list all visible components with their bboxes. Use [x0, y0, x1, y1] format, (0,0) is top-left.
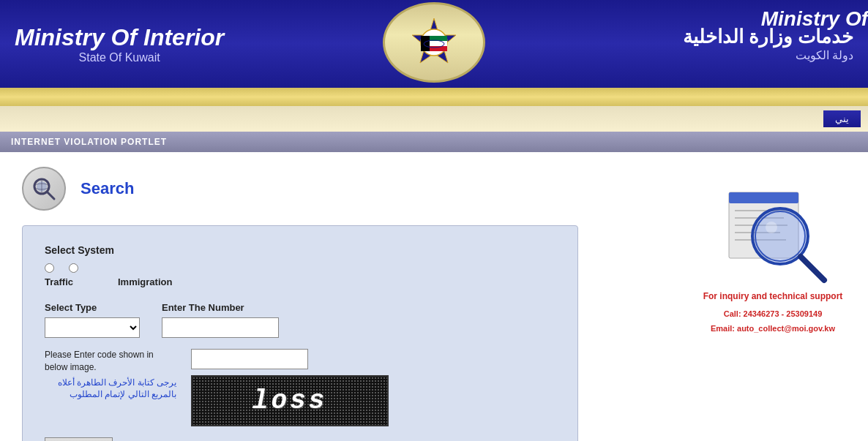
search-page-title: Search — [81, 179, 134, 198]
svg-line-21 — [801, 257, 824, 280]
search-magnifier-icon — [31, 176, 57, 202]
form-container: Select System Traffic Immigration Select… — [22, 225, 578, 441]
header-far-right-title: Ministry Of — [761, 7, 868, 31]
magnifier-graphic — [722, 189, 824, 276]
svg-line-9 — [47, 192, 54, 199]
radio-labels: Traffic Immigration — [45, 276, 555, 287]
captcha-right-col: loss — [191, 349, 389, 426]
captcha-instruction-col: Please Enter code shown in below image. … — [45, 349, 176, 401]
radio-immigration[interactable] — [69, 263, 78, 273]
select-system-label: Select System — [45, 244, 555, 256]
radio-immigration-label: Immigration — [118, 276, 176, 287]
support-email: Email: auto_collect@moi.gov.kw — [703, 322, 843, 336]
radio-row — [45, 263, 555, 273]
emblem-oval — [383, 2, 485, 83]
nav-button[interactable]: يني — [823, 110, 861, 127]
captcha-instruction-en: Please Enter code shown in below image. — [45, 349, 176, 374]
support-info: For inquiry and technical support Call: … — [703, 291, 843, 336]
main-content: Search Select System Traffic Immigration — [0, 152, 868, 441]
svg-point-22 — [766, 222, 777, 233]
captcha-text: loss — [252, 386, 327, 416]
header-arabic-subtitle: دولة الكويت — [683, 48, 853, 62]
header-title-left: Ministry Of Interior — [15, 24, 224, 51]
search-btn-row: ⬅ Search — [45, 437, 555, 441]
header-left: Ministry Of Interior State Of Kuwait — [15, 24, 224, 64]
radio-traffic-item — [45, 263, 54, 273]
captcha-section: Please Enter code shown in below image. … — [45, 349, 555, 426]
radio-traffic-label: Traffic — [45, 276, 103, 287]
select-type-dropdown[interactable] — [45, 317, 140, 338]
header-subtitle-left: State Of Kuwait — [15, 51, 224, 64]
left-panel: Search Select System Traffic Immigration — [22, 167, 700, 441]
radio-immigration-item — [69, 263, 78, 273]
header-right-arabic: خدمات وزارة الداخلية دولة الكويت — [683, 26, 853, 62]
captcha-input[interactable] — [191, 349, 308, 369]
enter-number-group: Enter The Number — [162, 302, 279, 338]
support-call: Call: 24346273 - 25309149 — [703, 307, 843, 322]
search-icon-circle — [22, 167, 66, 211]
number-input[interactable] — [162, 317, 279, 338]
enter-number-label: Enter The Number — [162, 302, 279, 313]
select-type-group: Select Type — [45, 302, 140, 338]
portlet-title-bar: INTERNET VIOLATION PORTLET — [0, 132, 868, 152]
captcha-instruction-ar: يرجى كتابة الأحرف الطاهرة أعلاه بالمربع … — [45, 377, 176, 402]
right-panel: For inquiry and technical support Call: … — [700, 167, 846, 441]
fields-row: Select Type Enter The Number — [45, 302, 555, 338]
nav-bar: يني — [0, 106, 868, 132]
select-type-label: Select Type — [45, 302, 140, 313]
header-center-emblem — [383, 6, 485, 83]
page-header: Ministry Of Interior State Of Kuwait خدم… — [0, 0, 868, 88]
portlet-title-text: INTERNET VIOLATION PORTLET — [11, 137, 167, 147]
support-title: For inquiry and technical support — [703, 291, 843, 301]
radio-traffic[interactable] — [45, 263, 54, 273]
svg-point-20 — [755, 211, 805, 261]
captcha-image: loss — [191, 375, 389, 426]
search-header: Search — [22, 167, 685, 211]
svg-rect-5 — [421, 36, 430, 51]
gold-bar — [0, 88, 868, 106]
kuwait-emblem-icon — [408, 17, 460, 68]
svg-rect-13 — [729, 192, 798, 203]
large-magnifier-icon — [722, 189, 831, 284]
search-button[interactable]: ⬅ Search — [45, 437, 113, 441]
